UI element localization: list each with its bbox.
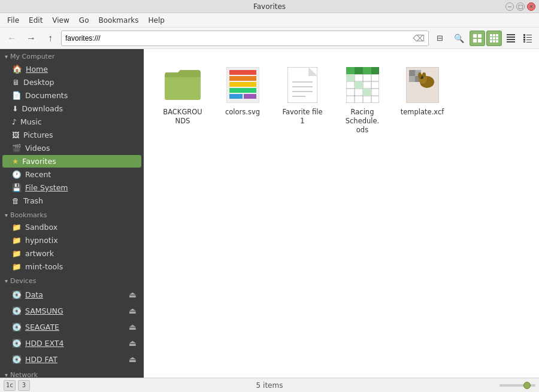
svg-rect-29 <box>229 88 256 93</box>
zoom-thumb <box>523 382 531 389</box>
pictures-icon: 🖼 <box>12 130 20 139</box>
maximize-button[interactable]: □ <box>516 2 525 11</box>
device-icon: 💽 <box>12 355 22 364</box>
sidebar-item-pictures[interactable]: 🖼 Pictures <box>2 129 141 141</box>
menu-file[interactable]: File <box>2 15 24 26</box>
sidebar-item-trash[interactable]: 🗑 Trash <box>2 195 141 207</box>
file-label: Racing Schedule.ods <box>340 108 384 135</box>
filesystem-icon: 💾 <box>12 183 22 192</box>
eject-button[interactable]: ⏏ <box>126 305 139 317</box>
sidebar-item-hdd-ext4[interactable]: 💽 HDD EXT4 ⏏ <box>2 335 141 351</box>
terminal-button[interactable]: ⊟ <box>431 30 448 47</box>
sidebar-item-videos[interactable]: 🎬 Videos <box>2 142 141 154</box>
menu-go[interactable]: Go <box>74 15 94 26</box>
menu-help[interactable]: Help <box>144 15 169 26</box>
sidebar-item-label: hypnotix <box>25 236 58 245</box>
svg-rect-21 <box>523 39 525 41</box>
sidebar-item-data[interactable]: 💽 Data ⏏ <box>2 287 141 302</box>
sidebar-item-label: SAMSUNG <box>25 306 63 315</box>
svg-point-62 <box>422 72 426 77</box>
favorites-icon: ★ <box>12 157 19 166</box>
sidebar-item-home[interactable]: 🏠 Home <box>2 62 141 75</box>
folder-icon: 📁 <box>12 262 22 271</box>
menu-edit[interactable]: Edit <box>24 15 47 26</box>
view-list-button[interactable] <box>503 31 519 46</box>
svg-rect-31 <box>244 94 256 99</box>
svg-rect-5 <box>493 34 495 37</box>
sidebar-item-label: Documents <box>25 91 68 100</box>
statusbar-right <box>499 384 535 387</box>
eject-button[interactable]: ⏏ <box>126 353 139 365</box>
sidebar-item-desktop[interactable]: 🖥 Desktop <box>2 76 141 89</box>
close-button[interactable]: ✕ <box>527 2 535 11</box>
eject-button[interactable]: ⏏ <box>126 321 139 333</box>
sidebar-item-downloads[interactable]: ⬇ Downloads <box>2 102 141 115</box>
sidebar-item-hdd-fat[interactable]: 💽 HDD FAT ⏏ <box>2 351 141 367</box>
menubar: File Edit View Go Bookmarks Help <box>0 13 539 28</box>
device-icon: 💽 <box>12 290 22 299</box>
menu-view[interactable]: View <box>47 15 74 26</box>
sidebar-section-bookmarks[interactable]: Bookmarks <box>0 208 144 220</box>
sidebar-section-my-computer[interactable]: My Computer <box>0 49 144 62</box>
zoom-slider[interactable] <box>499 384 535 387</box>
svg-rect-20 <box>526 37 532 38</box>
eject-button[interactable]: ⏏ <box>126 337 139 349</box>
forward-button[interactable]: → <box>23 30 40 47</box>
svg-rect-12 <box>496 40 498 42</box>
up-button[interactable]: ↑ <box>42 30 59 47</box>
menu-bookmarks[interactable]: Bookmarks <box>93 15 143 26</box>
sidebar-item-favorites[interactable]: ★ Favorites <box>2 155 141 168</box>
sidebar-section-devices[interactable]: Devices <box>0 274 144 286</box>
sidebar-item-recent[interactable]: 🕐 Recent <box>2 168 141 181</box>
svg-rect-49 <box>371 67 379 74</box>
file-item-template-xcf[interactable]: template.xcf <box>395 61 449 121</box>
search-button[interactable]: 🔍 <box>450 30 467 47</box>
back-button[interactable]: ← <box>4 30 20 47</box>
folder-icon: 📁 <box>12 236 22 245</box>
view-icon-button[interactable] <box>470 31 485 46</box>
statusbar-btn-1c[interactable]: 1c <box>4 380 16 391</box>
svg-rect-6 <box>496 34 498 37</box>
sidebar-item-mint-tools[interactable]: 📁 mint-tools <box>2 260 141 273</box>
file-item-racing-schedule[interactable]: Racing Schedule.ods <box>335 61 389 139</box>
statusbar-btn-3[interactable]: 3 <box>18 380 30 391</box>
content-area: BACKGROUNDS colors.svg <box>144 49 539 378</box>
minimize-button[interactable]: − <box>505 2 514 11</box>
sidebar-item-artwork[interactable]: 📁 artwork <box>2 247 141 260</box>
file-item-favorite-1[interactable]: Favorite file 1 <box>275 61 329 130</box>
address-clear-button[interactable]: ⌫ <box>413 34 425 43</box>
svg-rect-23 <box>523 41 525 42</box>
sidebar-section-network[interactable]: Network <box>0 367 144 378</box>
svg-rect-8 <box>493 37 495 39</box>
sidebar-item-sandbox[interactable]: 📁 Sandbox <box>2 221 141 233</box>
main-layout: My Computer 🏠 Home 🖥 Desktop 📄 Documents… <box>0 49 539 378</box>
text-icon-favorite <box>283 66 322 104</box>
file-item-backgrounds[interactable]: BACKGROUNDS <box>156 61 210 130</box>
sidebar-item-label: Sandbox <box>25 223 57 232</box>
sidebar-item-documents[interactable]: 📄 Documents <box>2 89 141 102</box>
svg-rect-10 <box>490 40 492 42</box>
svg-rect-46 <box>346 67 355 74</box>
sidebar-item-hypnotix[interactable]: 📁 hypnotix <box>2 234 141 247</box>
svg-rect-52 <box>363 89 371 96</box>
address-input[interactable] <box>65 34 413 42</box>
eject-button[interactable]: ⏏ <box>126 288 139 300</box>
view-compact-button[interactable] <box>486 31 502 46</box>
sidebar-item-samsung[interactable]: 💽 SAMSUNG ⏏ <box>2 303 141 318</box>
titlebar-controls: − □ ✕ <box>505 2 535 11</box>
sidebar-item-music[interactable]: ♪ Music <box>2 116 141 128</box>
svg-rect-7 <box>490 37 492 39</box>
address-bar[interactable]: ⌫ <box>61 31 429 46</box>
sidebar-item-seagate[interactable]: 💽 SEAGATE ⏏ <box>2 319 141 335</box>
home-icon: 🏠 <box>12 64 22 74</box>
svg-rect-14 <box>507 37 515 38</box>
folder-icon: 📁 <box>12 249 22 258</box>
svg-rect-16 <box>507 41 515 42</box>
desktop-icon: 🖥 <box>12 78 20 87</box>
file-item-colors-svg[interactable]: colors.svg <box>216 61 270 121</box>
view-details-button[interactable] <box>520 31 535 46</box>
svg-rect-0 <box>473 34 477 38</box>
sidebar-item-filesystem[interactable]: 💾 File System <box>2 181 141 194</box>
file-label: template.xcf <box>401 108 444 117</box>
svg-rect-24 <box>526 42 532 42</box>
